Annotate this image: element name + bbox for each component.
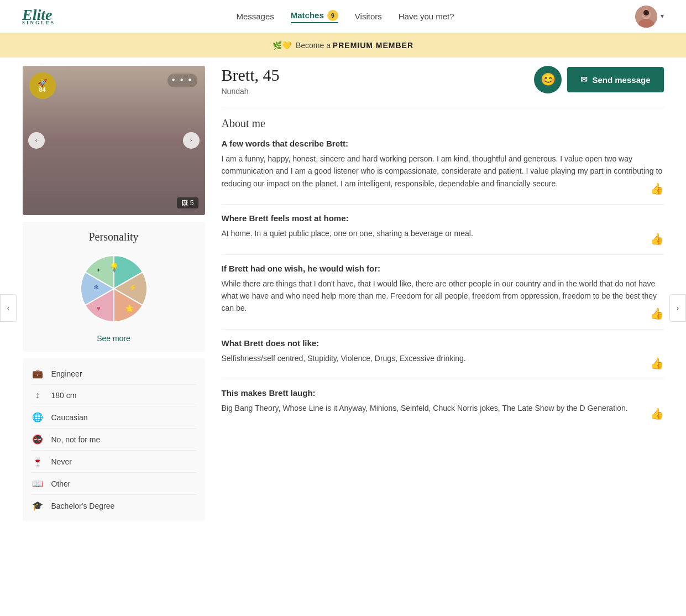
profile-name: Brett, 45 <box>222 66 280 85</box>
chevron-down-icon: ▾ <box>661 12 664 20</box>
like-button-4[interactable]: 👍 <box>650 407 664 420</box>
see-more-link[interactable]: See more <box>32 334 196 343</box>
main-layout: 🚀 84 • • • ‹ › 🖼 5 Personality <box>12 58 675 529</box>
photo-count: 🖼 5 <box>177 197 198 208</box>
profile-photo: 🚀 84 • • • ‹ › 🖼 5 <box>23 66 205 215</box>
photo-count-icon: 🖼 <box>181 199 188 207</box>
svg-text:💡: 💡 <box>109 263 119 272</box>
like-button-2[interactable]: 👍 <box>650 307 664 320</box>
qa-answer-1: At home. In a quiet public place, one on… <box>222 227 664 239</box>
profile-identity: Brett, 45 Nundah <box>222 66 280 96</box>
header: Elite SINGLES Messages Matches 9 Visitor… <box>0 0 686 33</box>
like-button-0[interactable]: 👍 <box>650 182 664 195</box>
attributes-card: 💼 Engineer ↕ 180 cm 🌐 Caucasian 🚭 No, no… <box>23 358 205 521</box>
photo-menu-dots[interactable]: • • • <box>167 74 197 87</box>
qa-question-4: This makes Brett laugh: <box>222 388 664 398</box>
qa-question-2: If Brett had one wish, he would wish for… <box>222 264 664 273</box>
premium-banner[interactable]: 🌿💛 Become a PREMIUM MEMBER <box>0 33 686 58</box>
nav-messages[interactable]: Messages <box>236 12 274 21</box>
attr-education: 🎓 Bachelor's Degree <box>32 495 196 516</box>
nav-visitors[interactable]: Visitors <box>355 12 382 21</box>
qa-block-4: This makes Brett laugh: Big Bang Theory,… <box>222 388 664 420</box>
premium-icon: 🌿💛 <box>273 41 291 50</box>
user-menu[interactable]: ▾ <box>635 6 664 28</box>
smoking-icon: 🚭 <box>32 434 44 445</box>
svg-point-4 <box>643 10 649 15</box>
right-arrow-icon: › <box>676 303 679 313</box>
qa-block-1: Where Brett feels most at home: At home.… <box>222 213 664 245</box>
attr-ethnicity: 🌐 Caucasian <box>32 406 196 429</box>
attr-drinking: 🍷 Never <box>32 451 196 473</box>
nav-matches[interactable]: Matches 9 <box>291 10 338 23</box>
height-icon: ↕ <box>32 390 44 400</box>
qa-question-3: What Brett does not like: <box>222 338 664 348</box>
qa-question-1: Where Brett feels most at home: <box>222 213 664 223</box>
profile-nav-left[interactable]: ‹ <box>0 294 17 322</box>
personality-pie: 💡 ⚡ 🌟 ♥ ❄ ✦ <box>75 250 153 327</box>
briefcase-icon: 💼 <box>32 368 44 379</box>
qa-question-0: A few words that describe Brett: <box>222 139 664 148</box>
profile-location: Nundah <box>222 87 280 96</box>
left-arrow-icon: ‹ <box>7 303 9 313</box>
book-icon: 📖 <box>32 478 44 489</box>
avatar[interactable] <box>635 6 657 28</box>
graduation-icon: 🎓 <box>32 500 44 511</box>
emoji-button[interactable]: 😊 <box>534 66 562 93</box>
attr-height: ↕ 180 cm <box>32 385 196 406</box>
personality-card: Personality 💡 <box>23 222 205 352</box>
like-button-3[interactable]: 👍 <box>650 357 664 370</box>
premium-text: Become a PREMIUM MEMBER <box>296 41 413 50</box>
qa-answer-3: Selfishness/self centred, Stupidity, Vio… <box>222 352 664 364</box>
about-me-title: About me <box>222 107 664 130</box>
photo-prev-button[interactable]: ‹ <box>28 132 45 149</box>
personality-title: Personality <box>32 231 196 243</box>
svg-text:♥: ♥ <box>96 305 100 312</box>
left-column: 🚀 84 • • • ‹ › 🖼 5 Personality <box>23 66 205 521</box>
qa-answer-2: While there are things that I don't have… <box>222 278 664 315</box>
svg-text:⚡: ⚡ <box>128 283 137 291</box>
globe-icon: 🌐 <box>32 412 44 422</box>
qa-block-3: What Brett does not like: Selfishness/se… <box>222 338 664 370</box>
logo[interactable]: Elite SINGLES <box>22 7 55 25</box>
svg-text:❄: ❄ <box>93 284 99 291</box>
attr-religion: 📖 Other <box>32 473 196 495</box>
right-column: Brett, 45 Nundah 😊 ✉ Send message About … <box>216 66 664 521</box>
like-button-1[interactable]: 👍 <box>650 232 664 246</box>
matches-badge: 9 <box>327 10 338 21</box>
photo-next-button[interactable]: › <box>183 132 200 149</box>
compatibility-score: 🚀 84 <box>29 72 56 99</box>
qa-answer-0: I am a funny, happy, honest, sincere and… <box>222 153 664 190</box>
attr-occupation: 💼 Engineer <box>32 363 196 385</box>
svg-text:🌟: 🌟 <box>125 304 133 312</box>
profile-nav-right[interactable]: › <box>669 294 686 322</box>
svg-text:✦: ✦ <box>96 267 101 273</box>
action-buttons: 😊 ✉ Send message <box>534 66 663 93</box>
nav: Messages Matches 9 Visitors Have you met… <box>236 10 454 23</box>
send-message-button[interactable]: ✉ Send message <box>567 67 663 92</box>
attr-smoking: 🚭 No, not for me <box>32 429 196 451</box>
qa-answer-4: Big Bang Theory, Whose Line is it Anyway… <box>222 402 664 414</box>
drinking-icon: 🍷 <box>32 456 44 467</box>
qa-block-0: A few words that describe Brett: I am a … <box>222 139 664 195</box>
profile-header: Brett, 45 Nundah 😊 ✉ Send message <box>222 66 664 96</box>
nav-have-you-met[interactable]: Have you met? <box>399 12 454 21</box>
envelope-icon: ✉ <box>580 75 588 85</box>
qa-block-2: If Brett had one wish, he would wish for… <box>222 264 664 320</box>
